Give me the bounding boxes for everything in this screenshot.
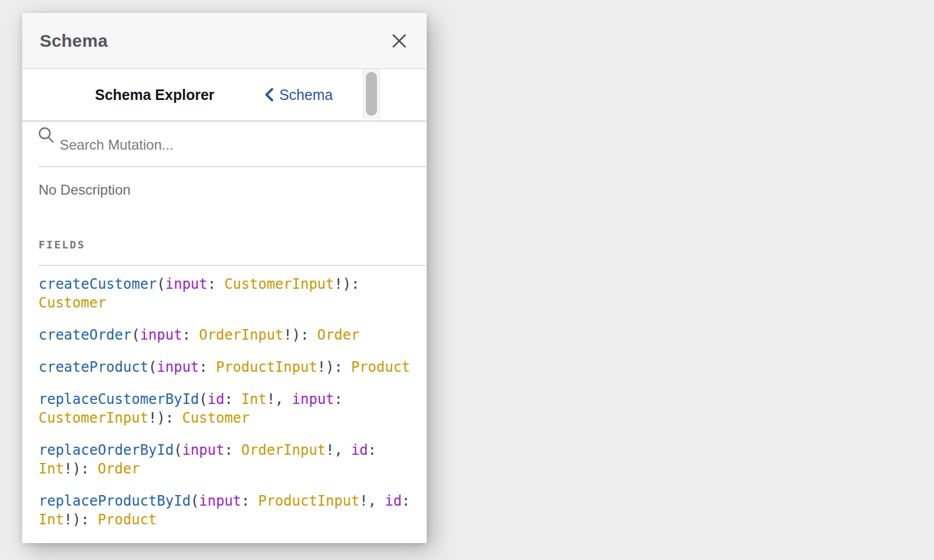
field-entry[interactable]: replaceOrderById(input: OrderInput!, id:…	[39, 441, 413, 478]
field-entry[interactable]: createProduct(input: ProductInput!): Pro…	[39, 358, 413, 376]
close-button[interactable]	[389, 31, 409, 51]
argument-name: id	[351, 442, 368, 458]
type-name[interactable]: Order	[98, 461, 140, 477]
search-input[interactable]	[60, 137, 415, 153]
search-icon	[39, 127, 55, 144]
punctuation: :	[207, 276, 224, 292]
type-name[interactable]: Customer	[39, 295, 106, 311]
type-name[interactable]: CustomerInput	[39, 410, 148, 426]
punctuation: !):	[64, 511, 98, 528]
type-name[interactable]: Product	[98, 511, 157, 528]
punctuation: (	[199, 391, 207, 407]
argument-name: input	[199, 493, 241, 509]
punctuation: :	[224, 391, 241, 407]
back-link[interactable]: Schema	[265, 87, 333, 103]
field-name[interactable]: replaceOrderById	[39, 442, 174, 458]
punctuation: !):	[334, 276, 359, 292]
panel-title: Schema	[40, 31, 108, 51]
punctuation: :	[241, 493, 258, 509]
argument-name: input	[165, 276, 207, 292]
type-name[interactable]: Int	[241, 391, 267, 407]
type-name[interactable]: OrderInput	[241, 442, 326, 458]
back-link-label: Schema	[279, 87, 333, 103]
punctuation: :	[368, 442, 376, 458]
field-entry[interactable]: replaceProductById(input: ProductInput!,…	[39, 492, 413, 529]
field-entry[interactable]: replaceCustomerById(id: Int!, input: Cus…	[39, 390, 413, 427]
punctuation: !,	[326, 442, 351, 458]
punctuation: :	[199, 359, 216, 375]
panel-header: Schema	[22, 13, 427, 69]
punctuation: (	[174, 442, 182, 458]
scrollbar-thumb[interactable]	[366, 72, 377, 116]
punctuation: !):	[148, 410, 182, 426]
chevron-left-icon	[265, 88, 274, 102]
fields-section-label: FIELDS	[39, 238, 410, 252]
close-icon	[392, 33, 407, 49]
punctuation: !,	[359, 493, 385, 509]
argument-name: input	[140, 327, 182, 343]
type-name[interactable]: Int	[39, 461, 64, 477]
schema-panel: Schema Schema Explorer Schema	[22, 13, 427, 543]
type-name[interactable]: ProductInput	[258, 493, 359, 509]
argument-name: id	[207, 391, 224, 407]
punctuation: !):	[317, 359, 351, 375]
type-name[interactable]: Product	[351, 359, 410, 375]
type-name[interactable]: Customer	[182, 410, 250, 426]
argument-name: id	[385, 493, 402, 509]
argument-name: input	[157, 359, 199, 375]
type-name[interactable]: Order	[317, 327, 359, 343]
type-name[interactable]: Int	[39, 511, 64, 528]
field-name[interactable]: createProduct	[39, 359, 148, 375]
field-entry[interactable]: createCustomer(input: CustomerInput!): C…	[39, 275, 413, 312]
explorer-title: Schema Explorer	[95, 87, 215, 103]
punctuation: (	[132, 327, 140, 343]
punctuation: :	[182, 327, 199, 343]
field-name[interactable]: createCustomer	[39, 276, 157, 292]
punctuation: !):	[283, 327, 317, 343]
type-name[interactable]: ProductInput	[216, 359, 317, 375]
punctuation: :	[402, 493, 410, 509]
punctuation: !):	[64, 461, 98, 477]
search-bar	[22, 122, 427, 167]
punctuation: :	[224, 442, 241, 458]
field-entry[interactable]: createOrder(input: OrderInput!): Order	[39, 326, 413, 344]
punctuation: (	[157, 276, 165, 292]
desktop-background: Schema Schema Explorer Schema	[0, 0, 934, 560]
punctuation: (	[148, 359, 157, 375]
punctuation: :	[334, 391, 343, 407]
punctuation: !,	[267, 391, 292, 407]
field-name[interactable]: createOrder	[39, 327, 132, 343]
punctuation: (	[191, 493, 199, 509]
argument-name: input	[182, 442, 224, 458]
description-text: No Description	[39, 181, 410, 199]
fields-list: createCustomer(input: CustomerInput!): C…	[22, 266, 427, 543]
type-name[interactable]: OrderInput	[199, 327, 284, 343]
type-name[interactable]: CustomerInput	[224, 276, 334, 292]
scrollbar-track[interactable]	[363, 69, 380, 119]
explorer-header: Schema Explorer Schema	[22, 69, 427, 122]
field-name[interactable]: replaceProductById	[39, 493, 191, 509]
field-name[interactable]: replaceCustomerById	[39, 391, 199, 407]
argument-name: input	[292, 391, 334, 407]
